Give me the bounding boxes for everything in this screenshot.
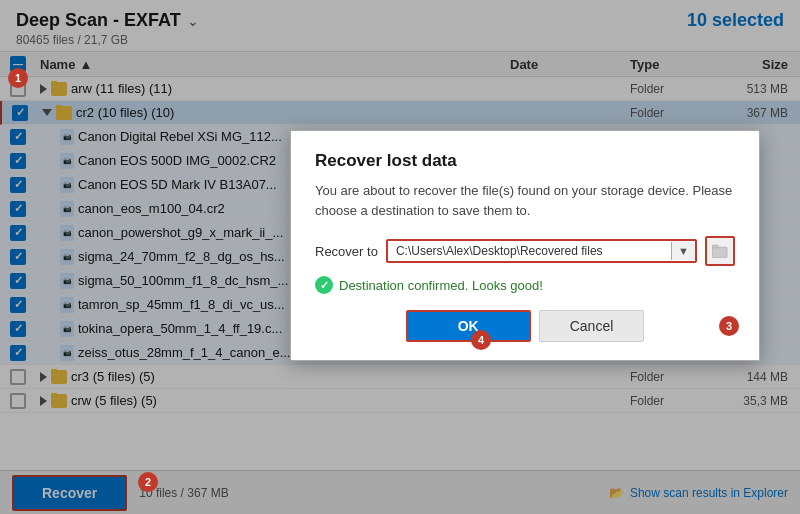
svg-rect-1 — [712, 245, 718, 248]
destination-status-text: Destination confirmed. Looks good! — [339, 278, 543, 293]
recover-dialog: Recover lost data You are about to recov… — [290, 130, 760, 361]
green-check-icon: ✓ — [315, 276, 333, 294]
svg-rect-0 — [712, 247, 727, 258]
recover-to-path: C:\Users\Alex\Desktop\Recovered files — [388, 241, 671, 261]
ok-button[interactable]: OK — [406, 310, 531, 342]
cancel-button[interactable]: Cancel — [539, 310, 645, 342]
dialog-description: You are about to recover the file(s) fou… — [315, 181, 735, 220]
recover-to-select[interactable]: C:\Users\Alex\Desktop\Recovered files ▼ — [386, 239, 697, 263]
dialog-title: Recover lost data — [315, 151, 735, 171]
badge-4: 4 — [471, 330, 491, 350]
destination-status: ✓ Destination confirmed. Looks good! — [315, 276, 735, 294]
folder-browse-icon — [712, 244, 728, 258]
recover-to-row: Recover to C:\Users\Alex\Desktop\Recover… — [315, 236, 735, 266]
recover-to-label: Recover to — [315, 244, 378, 259]
dialog-buttons: OK Cancel — [315, 310, 735, 342]
badge-1: 1 — [8, 68, 28, 88]
dropdown-arrow-icon[interactable]: ▼ — [671, 242, 695, 260]
browse-button[interactable] — [705, 236, 735, 266]
badge-2: 2 — [138, 472, 158, 492]
badge-3: 3 — [719, 316, 739, 336]
